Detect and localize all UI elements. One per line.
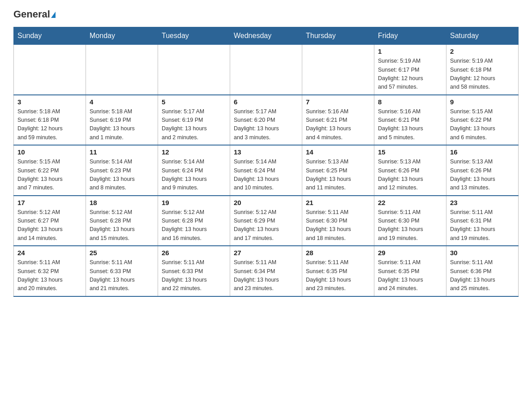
weekday-header-tuesday: Tuesday — [158, 27, 230, 45]
day-number: 28 — [306, 249, 370, 257]
day-number: 7 — [306, 98, 370, 106]
calendar-week-5: 24Sunrise: 5:11 AM Sunset: 6:32 PM Dayli… — [14, 246, 519, 296]
calendar-cell: 1Sunrise: 5:19 AM Sunset: 6:17 PM Daylig… — [374, 45, 446, 95]
day-info: Sunrise: 5:11 AM Sunset: 6:33 PM Dayligh… — [162, 258, 226, 293]
calendar-cell: 20Sunrise: 5:12 AM Sunset: 6:29 PM Dayli… — [230, 196, 302, 246]
calendar-cell: 27Sunrise: 5:11 AM Sunset: 6:34 PM Dayli… — [230, 246, 302, 296]
day-info: Sunrise: 5:11 AM Sunset: 6:35 PM Dayligh… — [378, 258, 442, 293]
page-header: General — [13, 9, 519, 19]
day-info: Sunrise: 5:11 AM Sunset: 6:31 PM Dayligh… — [450, 208, 515, 243]
day-number: 13 — [234, 148, 298, 156]
calendar-cell: 14Sunrise: 5:13 AM Sunset: 6:25 PM Dayli… — [302, 145, 374, 196]
day-number: 27 — [234, 249, 298, 257]
calendar-cell: 24Sunrise: 5:11 AM Sunset: 6:32 PM Dayli… — [14, 246, 86, 296]
day-info: Sunrise: 5:11 AM Sunset: 6:32 PM Dayligh… — [17, 258, 82, 293]
calendar-cell: 11Sunrise: 5:14 AM Sunset: 6:23 PM Dayli… — [86, 145, 158, 196]
weekday-header-monday: Monday — [86, 27, 158, 45]
day-number: 25 — [90, 249, 154, 257]
day-info: Sunrise: 5:12 AM Sunset: 6:27 PM Dayligh… — [17, 208, 82, 243]
calendar-cell: 30Sunrise: 5:11 AM Sunset: 6:36 PM Dayli… — [446, 246, 519, 296]
day-number: 26 — [162, 249, 226, 257]
day-number: 23 — [450, 199, 515, 206]
calendar-cell: 5Sunrise: 5:17 AM Sunset: 6:19 PM Daylig… — [158, 95, 230, 146]
calendar-cell: 12Sunrise: 5:14 AM Sunset: 6:24 PM Dayli… — [158, 145, 230, 196]
calendar-cell — [230, 45, 302, 95]
day-info: Sunrise: 5:11 AM Sunset: 6:30 PM Dayligh… — [378, 208, 442, 243]
day-number: 15 — [378, 148, 442, 156]
calendar-week-2: 3Sunrise: 5:18 AM Sunset: 6:18 PM Daylig… — [14, 95, 519, 146]
calendar-cell: 3Sunrise: 5:18 AM Sunset: 6:18 PM Daylig… — [14, 95, 86, 146]
logo-line1: General — [13, 9, 56, 20]
day-info: Sunrise: 5:13 AM Sunset: 6:26 PM Dayligh… — [450, 158, 515, 193]
calendar-cell: 2Sunrise: 5:19 AM Sunset: 6:18 PM Daylig… — [446, 45, 519, 95]
day-number: 3 — [17, 98, 82, 106]
calendar-cell: 13Sunrise: 5:14 AM Sunset: 6:24 PM Dayli… — [230, 145, 302, 196]
calendar-cell: 25Sunrise: 5:11 AM Sunset: 6:33 PM Dayli… — [86, 246, 158, 296]
day-info: Sunrise: 5:17 AM Sunset: 6:20 PM Dayligh… — [234, 107, 298, 142]
day-info: Sunrise: 5:12 AM Sunset: 6:28 PM Dayligh… — [162, 208, 226, 243]
day-number: 20 — [234, 199, 298, 206]
calendar-cell: 28Sunrise: 5:11 AM Sunset: 6:35 PM Dayli… — [302, 246, 374, 296]
day-number: 6 — [234, 98, 298, 106]
day-number: 8 — [378, 98, 442, 106]
day-info: Sunrise: 5:19 AM Sunset: 6:18 PM Dayligh… — [450, 57, 515, 92]
calendar-cell: 16Sunrise: 5:13 AM Sunset: 6:26 PM Dayli… — [446, 145, 519, 196]
day-number: 24 — [17, 249, 82, 257]
day-number: 4 — [90, 98, 154, 106]
day-number: 5 — [162, 98, 226, 106]
calendar-cell: 18Sunrise: 5:12 AM Sunset: 6:28 PM Dayli… — [86, 196, 158, 246]
day-number: 12 — [162, 148, 226, 156]
calendar-week-3: 10Sunrise: 5:15 AM Sunset: 6:22 PM Dayli… — [14, 145, 519, 196]
calendar-cell: 19Sunrise: 5:12 AM Sunset: 6:28 PM Dayli… — [158, 196, 230, 246]
day-info: Sunrise: 5:14 AM Sunset: 6:24 PM Dayligh… — [234, 158, 298, 193]
calendar-cell: 26Sunrise: 5:11 AM Sunset: 6:33 PM Dayli… — [158, 246, 230, 296]
day-number: 29 — [378, 249, 442, 257]
calendar-cell: 21Sunrise: 5:11 AM Sunset: 6:30 PM Dayli… — [302, 196, 374, 246]
day-number: 14 — [306, 148, 370, 156]
day-info: Sunrise: 5:12 AM Sunset: 6:29 PM Dayligh… — [234, 208, 298, 243]
day-info: Sunrise: 5:18 AM Sunset: 6:18 PM Dayligh… — [17, 107, 82, 142]
day-number: 21 — [306, 199, 370, 206]
day-info: Sunrise: 5:13 AM Sunset: 6:25 PM Dayligh… — [306, 158, 370, 193]
weekday-header-friday: Friday — [374, 27, 446, 45]
calendar-cell: 10Sunrise: 5:15 AM Sunset: 6:22 PM Dayli… — [14, 145, 86, 196]
day-info: Sunrise: 5:11 AM Sunset: 6:35 PM Dayligh… — [306, 258, 370, 293]
weekday-header-sunday: Sunday — [14, 27, 86, 45]
day-number: 16 — [450, 148, 515, 156]
calendar-table: SundayMondayTuesdayWednesdayThursdayFrid… — [13, 27, 519, 297]
weekday-header-wednesday: Wednesday — [230, 27, 302, 45]
day-number: 10 — [17, 148, 82, 156]
weekday-header-row: SundayMondayTuesdayWednesdayThursdayFrid… — [14, 27, 519, 45]
calendar-cell: 29Sunrise: 5:11 AM Sunset: 6:35 PM Dayli… — [374, 246, 446, 296]
calendar-cell: 8Sunrise: 5:16 AM Sunset: 6:21 PM Daylig… — [374, 95, 446, 146]
day-number: 1 — [378, 47, 442, 55]
calendar-cell: 9Sunrise: 5:15 AM Sunset: 6:22 PM Daylig… — [446, 95, 519, 146]
day-number: 19 — [162, 199, 226, 206]
day-number: 18 — [90, 199, 154, 206]
day-info: Sunrise: 5:11 AM Sunset: 6:33 PM Dayligh… — [90, 258, 154, 293]
calendar-cell — [86, 45, 158, 95]
day-info: Sunrise: 5:14 AM Sunset: 6:23 PM Dayligh… — [90, 158, 154, 193]
calendar-cell: 23Sunrise: 5:11 AM Sunset: 6:31 PM Dayli… — [446, 196, 519, 246]
day-number: 2 — [450, 47, 515, 55]
day-info: Sunrise: 5:11 AM Sunset: 6:34 PM Dayligh… — [234, 258, 298, 293]
day-number: 17 — [17, 199, 82, 206]
day-info: Sunrise: 5:11 AM Sunset: 6:36 PM Dayligh… — [450, 258, 515, 293]
day-number: 9 — [450, 98, 515, 106]
calendar-cell: 15Sunrise: 5:13 AM Sunset: 6:26 PM Dayli… — [374, 145, 446, 196]
calendar-cell — [14, 45, 86, 95]
day-info: Sunrise: 5:12 AM Sunset: 6:28 PM Dayligh… — [90, 208, 154, 243]
calendar-cell — [158, 45, 230, 95]
weekday-header-thursday: Thursday — [302, 27, 374, 45]
day-info: Sunrise: 5:13 AM Sunset: 6:26 PM Dayligh… — [378, 158, 442, 193]
day-info: Sunrise: 5:17 AM Sunset: 6:19 PM Dayligh… — [162, 107, 226, 142]
weekday-header-saturday: Saturday — [446, 27, 519, 45]
day-number: 22 — [378, 199, 442, 206]
calendar-cell: 4Sunrise: 5:18 AM Sunset: 6:19 PM Daylig… — [86, 95, 158, 146]
calendar-cell: 22Sunrise: 5:11 AM Sunset: 6:30 PM Dayli… — [374, 196, 446, 246]
calendar-week-1: 1Sunrise: 5:19 AM Sunset: 6:17 PM Daylig… — [14, 45, 519, 95]
day-info: Sunrise: 5:18 AM Sunset: 6:19 PM Dayligh… — [90, 107, 154, 142]
day-info: Sunrise: 5:14 AM Sunset: 6:24 PM Dayligh… — [162, 158, 226, 193]
calendar-cell: 7Sunrise: 5:16 AM Sunset: 6:21 PM Daylig… — [302, 95, 374, 146]
calendar-cell: 6Sunrise: 5:17 AM Sunset: 6:20 PM Daylig… — [230, 95, 302, 146]
